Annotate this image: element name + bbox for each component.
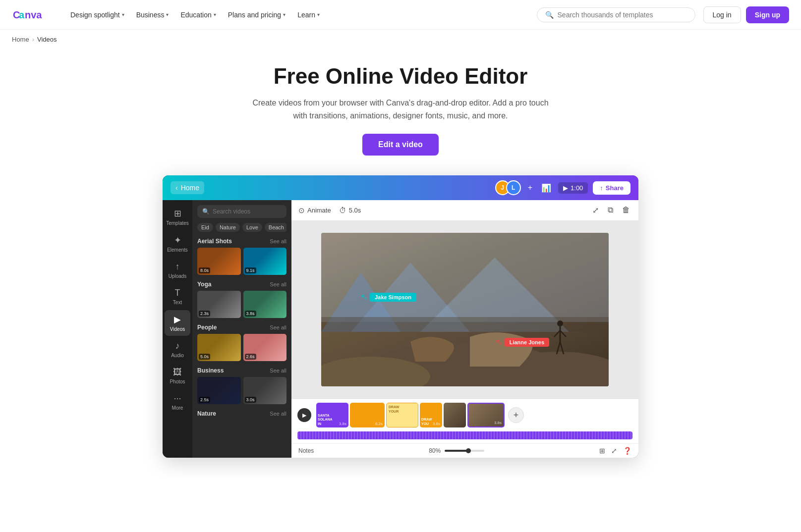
- collab-tag-lianne: ↖ Lianne Jones: [496, 337, 549, 347]
- help-icon[interactable]: ❓: [623, 447, 631, 455]
- see-all-yoga[interactable]: See all: [270, 281, 286, 287]
- chevron-down-icon: ▾: [122, 12, 124, 17]
- section-business: Business See all 2.5s 3.0s: [197, 367, 286, 404]
- nav-design-spotlight[interactable]: Design spotlight ▾: [65, 7, 129, 23]
- duration-control[interactable]: ⏱ 5.0s: [339, 206, 361, 214]
- breadcrumb-home[interactable]: Home: [12, 36, 29, 43]
- category-love[interactable]: Love: [242, 223, 262, 232]
- sidebar-item-templates[interactable]: ⊞ Templates: [165, 204, 190, 230]
- stats-icon[interactable]: 📊: [539, 181, 553, 195]
- video-thumb-business-2[interactable]: 3.0s: [243, 377, 287, 404]
- fit-screen-icon[interactable]: ⤢: [611, 447, 617, 455]
- timeline-clip-4[interactable]: DRAWYOU 3.8s: [420, 403, 442, 427]
- editor-canvas: ↖ Jake Simpson ↖ Lianne Jones: [291, 221, 638, 398]
- section-title-people: People: [197, 324, 217, 331]
- cursor-jake-icon: ↖: [361, 292, 367, 302]
- editor-left-panel: 🔍 Eid Nature Love Beach Music › Aerial S…: [192, 200, 291, 458]
- login-button[interactable]: Log in: [703, 6, 741, 23]
- video-thumb-aerial-2[interactable]: 9.1s: [243, 248, 287, 275]
- delete-icon[interactable]: 🗑: [621, 204, 631, 216]
- editor-canvas-toolbar: ⊙ Animate ⏱ 5.0s ⤢ ⧉ 🗑: [291, 200, 638, 221]
- sidebar-item-text[interactable]: T Text: [165, 284, 190, 309]
- breadcrumb-separator: ›: [32, 36, 34, 43]
- section-title-yoga: Yoga: [197, 281, 211, 288]
- nav-learn[interactable]: Learn ▾: [292, 7, 325, 23]
- timeline-clip-active[interactable]: 3.8s: [467, 403, 505, 427]
- category-nature[interactable]: Nature: [216, 223, 240, 232]
- jake-simpson-label: Jake Simpson: [370, 293, 416, 302]
- chevron-down-icon: ▾: [317, 12, 320, 17]
- category-beach[interactable]: Beach: [265, 223, 286, 232]
- timeline-controls: ▶ SANTASOLANAIN 3.8s 6.2s DRAWYOUR: [297, 403, 632, 427]
- video-thumb-yoga-1[interactable]: 2.3s: [197, 291, 241, 318]
- editor-home-button[interactable]: ‹ Home: [171, 181, 204, 194]
- signup-button[interactable]: Sign up: [746, 6, 789, 23]
- videos-icon: ▶: [174, 314, 181, 325]
- video-search-box[interactable]: 🔍: [197, 205, 286, 218]
- navbar: C a nva Design spotlight ▾ Business ▾ Ed…: [0, 0, 801, 30]
- add-collaborator-icon[interactable]: +: [526, 181, 534, 194]
- section-title-business: Business: [197, 367, 224, 374]
- video-thumb-aerial-1[interactable]: 8.0s: [197, 248, 241, 275]
- see-all-nature[interactable]: See all: [270, 411, 286, 417]
- chevron-down-icon: ▾: [166, 12, 169, 17]
- nav-links: Design spotlight ▾ Business ▾ Education …: [65, 7, 537, 23]
- nav-education[interactable]: Education ▾: [175, 7, 221, 23]
- nav-plans-pricing[interactable]: Plans and pricing ▾: [223, 7, 290, 23]
- resize-icon[interactable]: ⤢: [591, 204, 600, 216]
- category-eid[interactable]: Eid: [197, 223, 213, 232]
- timeline-clip-2[interactable]: 6.2s: [350, 403, 385, 427]
- nav-business[interactable]: Business ▾: [131, 7, 174, 23]
- timeline-clip-5[interactable]: [444, 403, 466, 427]
- sidebar-item-more[interactable]: ··· More: [165, 389, 190, 415]
- canva-logo[interactable]: C a nva: [12, 7, 52, 22]
- see-all-aerial[interactable]: See all: [270, 238, 286, 244]
- section-yoga: Yoga See all 2.3s 3.8s: [197, 281, 286, 318]
- duplicate-icon[interactable]: ⧉: [606, 204, 615, 216]
- uploads-icon: ↑: [175, 262, 180, 272]
- sidebar-item-elements[interactable]: ✦ Elements: [165, 231, 190, 257]
- cursor-lianne-icon: ↖: [496, 337, 502, 347]
- hero-section: Free Online Video Editor Create videos f…: [0, 49, 801, 165]
- sidebar-item-photos[interactable]: 🖼 Photos: [165, 363, 190, 388]
- timeline-clip-3[interactable]: DRAWYOUR: [386, 403, 418, 427]
- chevron-down-icon: ▾: [283, 12, 286, 17]
- auth-buttons: Log in Sign up: [703, 6, 789, 23]
- video-search-input[interactable]: [213, 208, 282, 215]
- see-all-people[interactable]: See all: [270, 324, 286, 330]
- zoom-control: 80%: [429, 447, 484, 454]
- editor-sidebar-icons: ⊞ Templates ✦ Elements ↑ Uploads T Text …: [163, 200, 192, 458]
- video-thumb-people-2[interactable]: 2.6s: [243, 334, 287, 361]
- animate-button[interactable]: ⊙ Animate: [298, 206, 331, 215]
- see-all-business[interactable]: See all: [270, 368, 286, 373]
- global-search[interactable]: 🔍: [537, 7, 695, 22]
- animate-icon: ⊙: [298, 206, 305, 215]
- section-aerial-shots: Aerial Shots See all 8.0s 9.1s: [197, 238, 286, 275]
- timeline-play-button[interactable]: ▶: [297, 408, 311, 422]
- share-button[interactable]: ↑ Share: [593, 181, 630, 195]
- sidebar-item-videos[interactable]: ▶ Videos: [165, 310, 190, 336]
- elements-icon: ✦: [174, 235, 181, 246]
- search-icon: 🔍: [545, 11, 554, 19]
- editor-timeline: ▶ SANTASOLANAIN 3.8s 6.2s DRAWYOUR: [291, 398, 638, 443]
- add-clip-button[interactable]: +: [508, 407, 524, 423]
- video-thumb-yoga-2[interactable]: 3.8s: [243, 291, 287, 318]
- video-thumb-business-1[interactable]: 2.5s: [197, 377, 241, 404]
- editor-window: ‹ Home J L + 📊 ▶ 1:00 ↑ Share: [163, 175, 638, 458]
- editor-mockup-container: ‹ Home J L + 📊 ▶ 1:00 ↑ Share: [0, 165, 801, 478]
- zoom-slider[interactable]: [445, 450, 484, 452]
- edit-video-button[interactable]: Edit a video: [362, 134, 439, 156]
- audio-waveform: [297, 431, 632, 439]
- grid-view-icon[interactable]: ⊞: [599, 447, 605, 455]
- svg-line-14: [560, 330, 566, 337]
- chevron-left-icon: ‹: [175, 184, 178, 192]
- sidebar-item-uploads[interactable]: ↑ Uploads: [165, 258, 190, 283]
- clock-icon: ⏱: [339, 206, 346, 214]
- global-search-input[interactable]: [558, 11, 687, 19]
- section-nature: Nature See all: [197, 410, 286, 417]
- more-icon: ···: [173, 393, 181, 404]
- editor-timer: ▶ 1:00: [558, 182, 588, 194]
- sidebar-item-audio[interactable]: ♪ Audio: [165, 337, 190, 362]
- timeline-clip-1[interactable]: SANTASOLANAIN 3.8s: [316, 403, 348, 427]
- video-thumb-people-1[interactable]: 5.0s: [197, 334, 241, 361]
